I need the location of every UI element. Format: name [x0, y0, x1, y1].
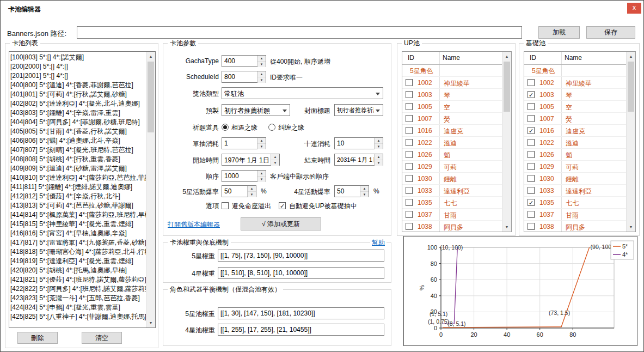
stepper-arrows[interactable]: ▲▼ [257, 171, 266, 181]
pool-weight4-input[interactable] [218, 324, 384, 336]
row-checkbox[interactable] [406, 79, 413, 86]
list-item[interactable]: [407|807] 5*:[刻晴] 4*:[凝光,班尼特,芭芭拉] [10, 145, 146, 155]
schedule-id-stepper[interactable]: 800 ▲▼ [222, 71, 266, 83]
stepper-arrows[interactable]: ▲▼ [271, 154, 279, 165]
list-item[interactable]: [201|2001] 5*:[] 4*:[] [10, 71, 146, 81]
stepper-arrows[interactable]: ▲▼ [374, 154, 383, 165]
stepper-arrows[interactable]: ▲▼ [257, 56, 266, 66]
row-checkbox[interactable] [406, 127, 413, 134]
list-item[interactable]: [423|823] 5*:[荒瀧一斗] 4*:[五郎,芭芭拉,香菱] [10, 294, 146, 303]
gacha-type-stepper[interactable]: 400 ▲▼ [222, 55, 266, 67]
list-item[interactable]: [425|825] 5*:[八重神子] 4*:[菲謝爾,迪奧娜,托馬] [10, 312, 146, 321]
up-icon[interactable]: ▲ [257, 56, 266, 62]
row-checkbox[interactable] [528, 211, 535, 218]
list-item[interactable]: [402|802] 5*:[達達利亞] 4*:[凝光,北斗,迪奧娜] [10, 99, 146, 108]
list-item[interactable]: [401|801] 5*:[可莉] 4*:[行秋,諾艾爾,砂糖] [10, 90, 146, 99]
row-checkbox[interactable] [528, 127, 535, 134]
list-item[interactable]: [410|810] 5*:[達達利亞] 4*:[蘿莎莉亞,芭芭拉,菲謝爾] [10, 173, 146, 183]
list-item[interactable]: [415|815] 5*:[神里綾華] 4*:[凝光,重雲,煙緋] [10, 220, 146, 229]
scroll-up-icon[interactable]: ▲ [627, 52, 635, 61]
add-or-update-button[interactable]: √ 添加或更新 [241, 217, 321, 230]
down-icon[interactable]: ▼ [248, 192, 256, 197]
up-icon[interactable]: ▲ [257, 138, 266, 144]
rate5-stepper[interactable]: 50 ▲▼ [222, 185, 256, 197]
list-item[interactable]: [420|820] 5*:[胡桃] 4*:[托馬,迪奧娜,早柚] [10, 266, 146, 275]
scroll-thumb[interactable] [148, 62, 154, 132]
close-button[interactable]: x [627, 3, 641, 14]
list-item[interactable]: [424|824] 5*:[申鶴] 4*:[凝光,重雲,雲堇] [10, 303, 146, 312]
up-icon[interactable]: ▲ [375, 138, 383, 144]
stepper-arrows[interactable]: ▲▼ [374, 138, 383, 149]
scroll-thumb[interactable] [628, 62, 634, 112]
help-link[interactable]: 幫助 [370, 238, 387, 247]
scroll-down-icon[interactable]: ▼ [502, 222, 511, 232]
row-checkbox[interactable] [528, 175, 535, 182]
down-icon[interactable]: ▼ [257, 77, 266, 83]
list-item[interactable]: [100|803] 5*:[] 4*:[諾艾爾] [10, 53, 146, 62]
row-checkbox[interactable] [406, 163, 413, 170]
up-icon[interactable]: ▲ [360, 186, 369, 192]
scroll-up-icon[interactable]: ▲ [146, 52, 155, 61]
pool-weight5-input[interactable] [218, 307, 384, 319]
up-icon[interactable]: ▲ [257, 171, 266, 177]
table-scrollbar[interactable]: ▲ ▼ [626, 52, 635, 232]
list-item[interactable]: [419|819] 5*:[達達利亞] 4*:[凝光,重雲,煙緋] [10, 257, 146, 266]
end-time-picker[interactable]: 2031年 1月 1日 ▲▼ [334, 154, 383, 166]
row-checkbox[interactable] [406, 139, 413, 146]
save-button[interactable]: 保存 [586, 26, 635, 39]
radio-acquaint-fate-label[interactable]: 相遇之缘 [231, 123, 257, 132]
radio-acquaint-fate[interactable] [222, 124, 229, 131]
cover-title-select[interactable]: 初行者推荐祈愿 [334, 104, 383, 116]
list-item[interactable]: [416|816] 5*:[宵宮] 4*:[早柚,迪奧娜,辛焱] [10, 229, 146, 238]
up-icon[interactable]: ▲ [248, 186, 256, 192]
down-icon[interactable]: ▼ [375, 160, 383, 166]
row-checkbox[interactable] [406, 175, 413, 182]
delete-button[interactable]: 刪除 [17, 332, 58, 344]
scroll-down-icon[interactable]: ▼ [627, 222, 635, 232]
list-item[interactable]: [413|813] 5*:[可莉] 4*:[芭芭拉,砂糖,菲謝爾] [10, 201, 146, 210]
list-item[interactable]: [405|805] 5*:[甘雨] 4*:[香菱,行秋,諾艾爾] [10, 127, 146, 136]
stepper-arrows[interactable]: ▲▼ [257, 71, 266, 82]
scroll-up-icon[interactable]: ▲ [502, 52, 511, 61]
single-cost-stepper[interactable]: 1 ▲▼ [222, 137, 266, 149]
start-time-picker[interactable]: 1970年 1月 1日 ▲▼ [222, 154, 280, 166]
list-item[interactable]: [411|811] 5*:[鍾離] 4*:[煙緋,諾艾爾,迪奧娜] [10, 183, 146, 192]
row-checkbox[interactable] [406, 103, 413, 110]
load-button[interactable]: 加載 [538, 26, 580, 39]
listbox-scrollbar[interactable]: ▲ ▼ [146, 52, 155, 327]
row-checkbox[interactable] [528, 91, 535, 98]
pool-type-select[interactable]: 常駐池 [222, 87, 383, 99]
list-item[interactable]: [412|812] 5*:[優菈] 4*:[辛焱,行秋,北斗] [10, 192, 146, 201]
row-checkbox[interactable] [528, 79, 535, 86]
list-item[interactable]: [422|822] 5*:[阿貝多] 4*:[班尼特,諾艾爾,蘿莎莉亞] [10, 284, 146, 294]
up-icon[interactable]: ▲ [271, 154, 279, 160]
row-checkbox[interactable] [528, 151, 535, 158]
scroll-thumb[interactable] [504, 62, 510, 112]
old-editor-link[interactable]: 打開舊版本編輯器 [168, 220, 220, 229]
row-checkbox[interactable] [406, 91, 413, 98]
rate4-stepper[interactable]: 50 ▲▼ [334, 185, 369, 197]
clear-button[interactable]: 清空 [82, 332, 122, 344]
list-item[interactable]: [408|808] 5*:[胡桃] 4*:[行秋,重雲,香菱] [10, 155, 146, 164]
avoid-constellation-checkbox[interactable] [222, 202, 229, 209]
row-checkbox[interactable] [528, 139, 535, 146]
avoid-constellation-label[interactable]: 避免命座溢出 [232, 202, 271, 211]
down-icon[interactable]: ▼ [360, 192, 369, 197]
row-checkbox[interactable] [528, 163, 535, 170]
scroll-down-icon[interactable]: ▼ [146, 318, 155, 327]
down-icon[interactable]: ▼ [375, 144, 383, 149]
weight4-input[interactable] [218, 267, 384, 279]
path-input[interactable] [77, 26, 522, 39]
ten-cost-stepper[interactable]: 10 ▲▼ [334, 137, 383, 149]
row-checkbox[interactable] [528, 103, 535, 110]
list-item[interactable]: [414|814] 5*:[楓原萬葉] 4*:[蘿莎莉亞,班尼特,早柚] [10, 210, 146, 220]
list-item[interactable]: [400|800] 5*:[溫迪] 4*:[香菱,菲謝爾,芭芭拉] [10, 81, 146, 90]
pool-listbox[interactable]: [100|803] 5*:[] 4*:[諾艾爾][200|2000] 5*:[]… [9, 51, 156, 328]
avoid-up-in-base-label[interactable]: 自動避免UP被基礎抽中 [289, 202, 357, 211]
row-checkbox[interactable] [528, 115, 535, 122]
weight5-input[interactable] [218, 250, 384, 262]
down-icon[interactable]: ▼ [257, 177, 266, 182]
down-icon[interactable]: ▼ [257, 62, 266, 67]
row-checkbox[interactable] [406, 223, 413, 230]
row-checkbox[interactable] [406, 151, 413, 158]
